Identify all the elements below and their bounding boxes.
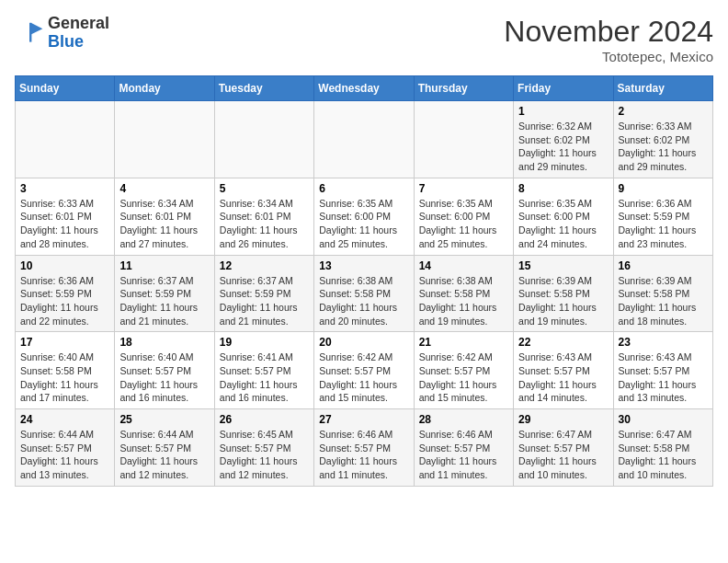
- calendar-cell: 30Sunrise: 6:47 AMSunset: 5:58 PMDayligh…: [613, 409, 712, 487]
- calendar-cell: 1Sunrise: 6:32 AMSunset: 6:02 PMDaylight…: [514, 101, 613, 178]
- day-info: Sunrise: 6:38 AMSunset: 5:58 PMDaylight:…: [319, 274, 408, 328]
- calendar-cell: [214, 101, 313, 178]
- day-number: 29: [518, 413, 608, 426]
- svg-rect-1: [29, 23, 31, 42]
- location: Tototepec, Mexico: [504, 49, 713, 64]
- calendar-cell: 9Sunrise: 6:36 AMSunset: 5:59 PMDaylight…: [613, 178, 712, 255]
- calendar-cell: 26Sunrise: 6:45 AMSunset: 5:57 PMDayligh…: [214, 409, 313, 487]
- day-info: Sunrise: 6:43 AMSunset: 5:57 PMDaylight:…: [619, 350, 708, 405]
- col-header-tuesday: Tuesday: [214, 76, 313, 101]
- month-title: November 2024: [504, 15, 713, 49]
- logo-icon: [15, 18, 44, 48]
- day-number: 6: [319, 182, 408, 195]
- day-info: Sunrise: 6:41 AMSunset: 5:57 PMDaylight:…: [220, 350, 309, 405]
- day-info: Sunrise: 6:40 AMSunset: 5:57 PMDaylight:…: [119, 350, 209, 405]
- day-number: 27: [319, 413, 408, 426]
- day-number: 9: [619, 182, 708, 195]
- title-block: November 2024 Tototepec, Mexico: [504, 15, 713, 64]
- day-number: 11: [119, 259, 209, 272]
- calendar-cell: 24Sunrise: 6:44 AMSunset: 5:57 PMDayligh…: [16, 409, 115, 487]
- day-info: Sunrise: 6:39 AMSunset: 5:58 PMDaylight:…: [619, 274, 708, 328]
- day-info: Sunrise: 6:37 AMSunset: 5:59 PMDaylight:…: [220, 274, 309, 328]
- day-info: Sunrise: 6:35 AMSunset: 6:00 PMDaylight:…: [518, 197, 608, 251]
- day-info: Sunrise: 6:34 AMSunset: 6:01 PMDaylight:…: [220, 197, 309, 251]
- calendar-cell: [414, 101, 513, 178]
- day-number: 7: [419, 182, 508, 195]
- day-number: 15: [518, 259, 608, 272]
- calendar-cell: 3Sunrise: 6:33 AMSunset: 6:01 PMDaylight…: [16, 178, 115, 255]
- calendar-cell: [314, 101, 414, 178]
- day-number: 8: [518, 182, 608, 195]
- day-info: Sunrise: 6:35 AMSunset: 6:00 PMDaylight:…: [419, 197, 508, 251]
- day-info: Sunrise: 6:43 AMSunset: 5:57 PMDaylight:…: [518, 350, 608, 405]
- calendar-cell: 28Sunrise: 6:46 AMSunset: 5:57 PMDayligh…: [414, 409, 513, 487]
- day-number: 5: [220, 182, 309, 195]
- calendar-cell: 22Sunrise: 6:43 AMSunset: 5:57 PMDayligh…: [514, 332, 613, 409]
- day-number: 12: [220, 259, 309, 272]
- calendar-cell: 21Sunrise: 6:42 AMSunset: 5:57 PMDayligh…: [414, 332, 513, 409]
- day-info: Sunrise: 6:47 AMSunset: 5:58 PMDaylight:…: [619, 428, 708, 482]
- day-number: 2: [619, 105, 708, 118]
- calendar-cell: 17Sunrise: 6:40 AMSunset: 5:58 PMDayligh…: [16, 332, 115, 409]
- day-number: 4: [119, 182, 209, 195]
- col-header-thursday: Thursday: [414, 76, 513, 101]
- day-info: Sunrise: 6:46 AMSunset: 5:57 PMDaylight:…: [319, 428, 408, 482]
- calendar-week-5: 24Sunrise: 6:44 AMSunset: 5:57 PMDayligh…: [16, 409, 713, 487]
- col-header-friday: Friday: [514, 76, 613, 101]
- day-info: Sunrise: 6:32 AMSunset: 6:02 PMDaylight:…: [518, 120, 608, 174]
- day-info: Sunrise: 6:34 AMSunset: 6:01 PMDaylight:…: [119, 197, 209, 251]
- calendar-cell: 2Sunrise: 6:33 AMSunset: 6:02 PMDaylight…: [613, 101, 712, 178]
- page-header: General Blue November 2024 Tototepec, Me…: [15, 15, 713, 64]
- day-info: Sunrise: 6:33 AMSunset: 6:01 PMDaylight:…: [20, 197, 109, 251]
- day-info: Sunrise: 6:36 AMSunset: 5:59 PMDaylight:…: [619, 197, 708, 251]
- calendar-cell: 27Sunrise: 6:46 AMSunset: 5:57 PMDayligh…: [314, 409, 414, 487]
- calendar-cell: [115, 101, 214, 178]
- calendar-cell: 12Sunrise: 6:37 AMSunset: 5:59 PMDayligh…: [214, 255, 313, 332]
- col-header-saturday: Saturday: [613, 76, 712, 101]
- calendar-cell: 14Sunrise: 6:38 AMSunset: 5:58 PMDayligh…: [414, 255, 513, 332]
- calendar-cell: 29Sunrise: 6:47 AMSunset: 5:57 PMDayligh…: [514, 409, 613, 487]
- day-number: 13: [319, 259, 408, 272]
- calendar-cell: [16, 101, 115, 178]
- col-header-wednesday: Wednesday: [314, 76, 414, 101]
- calendar-cell: 15Sunrise: 6:39 AMSunset: 5:58 PMDayligh…: [514, 255, 613, 332]
- day-info: Sunrise: 6:42 AMSunset: 5:57 PMDaylight:…: [419, 350, 508, 405]
- day-info: Sunrise: 6:33 AMSunset: 6:02 PMDaylight:…: [619, 120, 708, 174]
- calendar-cell: 10Sunrise: 6:36 AMSunset: 5:59 PMDayligh…: [16, 255, 115, 332]
- col-header-sunday: Sunday: [16, 76, 115, 101]
- day-number: 24: [20, 413, 109, 426]
- day-info: Sunrise: 6:35 AMSunset: 6:00 PMDaylight:…: [319, 197, 408, 251]
- day-info: Sunrise: 6:46 AMSunset: 5:57 PMDaylight:…: [419, 428, 508, 482]
- calendar-cell: 4Sunrise: 6:34 AMSunset: 6:01 PMDaylight…: [115, 178, 214, 255]
- calendar-cell: 23Sunrise: 6:43 AMSunset: 5:57 PMDayligh…: [613, 332, 712, 409]
- day-number: 17: [20, 336, 109, 349]
- calendar-cell: 7Sunrise: 6:35 AMSunset: 6:00 PMDaylight…: [414, 178, 513, 255]
- calendar-table: SundayMondayTuesdayWednesdayThursdayFrid…: [15, 75, 713, 487]
- col-header-monday: Monday: [115, 76, 214, 101]
- logo-text: General Blue: [48, 15, 109, 52]
- calendar-cell: 8Sunrise: 6:35 AMSunset: 6:00 PMDaylight…: [514, 178, 613, 255]
- calendar-cell: 13Sunrise: 6:38 AMSunset: 5:58 PMDayligh…: [314, 255, 414, 332]
- calendar-cell: 19Sunrise: 6:41 AMSunset: 5:57 PMDayligh…: [214, 332, 313, 409]
- day-number: 3: [20, 182, 109, 195]
- calendar-cell: 18Sunrise: 6:40 AMSunset: 5:57 PMDayligh…: [115, 332, 214, 409]
- calendar-cell: 5Sunrise: 6:34 AMSunset: 6:01 PMDaylight…: [214, 178, 313, 255]
- day-number: 18: [119, 336, 209, 349]
- day-info: Sunrise: 6:39 AMSunset: 5:58 PMDaylight:…: [518, 274, 608, 328]
- day-number: 28: [419, 413, 508, 426]
- calendar-header: SundayMondayTuesdayWednesdayThursdayFrid…: [16, 76, 713, 101]
- calendar-week-2: 3Sunrise: 6:33 AMSunset: 6:01 PMDaylight…: [16, 178, 713, 255]
- day-number: 14: [419, 259, 508, 272]
- day-info: Sunrise: 6:42 AMSunset: 5:57 PMDaylight:…: [319, 350, 408, 405]
- calendar-cell: 11Sunrise: 6:37 AMSunset: 5:59 PMDayligh…: [115, 255, 214, 332]
- calendar-cell: 25Sunrise: 6:44 AMSunset: 5:57 PMDayligh…: [115, 409, 214, 487]
- day-info: Sunrise: 6:44 AMSunset: 5:57 PMDaylight:…: [119, 428, 209, 482]
- day-number: 21: [419, 336, 508, 349]
- day-number: 20: [319, 336, 408, 349]
- calendar-cell: 16Sunrise: 6:39 AMSunset: 5:58 PMDayligh…: [613, 255, 712, 332]
- day-number: 25: [119, 413, 209, 426]
- day-info: Sunrise: 6:38 AMSunset: 5:58 PMDaylight:…: [419, 274, 508, 328]
- calendar-cell: 6Sunrise: 6:35 AMSunset: 6:00 PMDaylight…: [314, 178, 414, 255]
- calendar-week-4: 17Sunrise: 6:40 AMSunset: 5:58 PMDayligh…: [16, 332, 713, 409]
- day-number: 30: [619, 413, 708, 426]
